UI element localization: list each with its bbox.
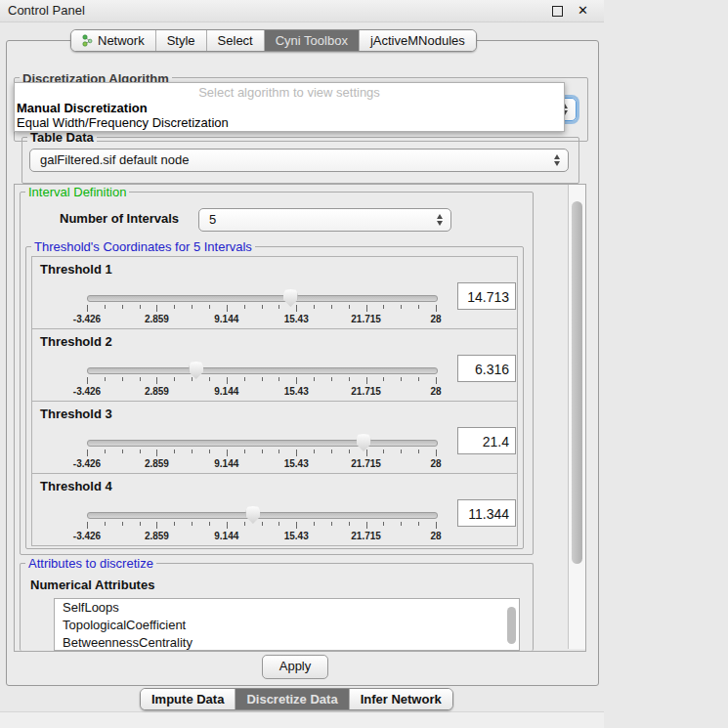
- tick-mark: [278, 305, 279, 309]
- tick-mark: [156, 377, 157, 384]
- tick-mark: [296, 305, 297, 312]
- tick-mark: [244, 450, 245, 453]
- float-window-icon[interactable]: [552, 6, 563, 17]
- threshold-4-label: Threshold 4: [40, 479, 112, 493]
- scale-tick-label: 9.144: [214, 386, 238, 397]
- tick-mark: [209, 305, 210, 309]
- cyni-mode-tabs: Impute Data Discretize Data Infer Networ…: [140, 688, 453, 710]
- slider-ticks: [87, 450, 436, 457]
- threshold-3-box: Threshold 3 -3.4262.8599.14415.4321.7152…: [31, 401, 518, 474]
- threshold-1-box: Threshold 1 -3.4262.8599.14415.4321.7152…: [31, 256, 518, 329]
- tab-discretize-data-label: Discretize Data: [246, 689, 337, 709]
- tick-mark: [174, 522, 175, 526]
- tick-mark: [105, 377, 106, 381]
- tick-mark: [192, 522, 193, 526]
- tick-mark: [383, 305, 384, 309]
- tick-mark: [349, 522, 350, 526]
- combo-arrows-icon: [437, 214, 443, 226]
- option-equal-width-frequency[interactable]: Equal Width/Frequency Discretization: [17, 115, 229, 130]
- tick-mark: [262, 377, 263, 381]
- attribute-list-item[interactable]: SelfLoops: [55, 599, 519, 617]
- tick-mark: [401, 377, 402, 381]
- scale-tick-label: 15.43: [284, 458, 309, 469]
- tab-select[interactable]: Select: [207, 30, 265, 51]
- tick-mark: [192, 377, 193, 381]
- threshold-3-slider[interactable]: [87, 440, 438, 447]
- threshold-2-value-field[interactable]: 6.316: [457, 355, 516, 382]
- table-data-value: galFiltered.sif default node: [40, 152, 189, 167]
- tick-mark: [209, 450, 210, 453]
- scale-tick-label: 2.859: [145, 458, 169, 469]
- apply-button[interactable]: Apply: [262, 655, 328, 679]
- slider-scale: -3.4262.8599.14415.4321.71528: [87, 458, 436, 469]
- threshold-3-value-field[interactable]: 21.4: [457, 427, 516, 454]
- threshold-2-box: Threshold 2 -3.4262.8599.14415.4321.7152…: [31, 328, 518, 402]
- option-manual-discretization[interactable]: Manual Discretization: [17, 101, 148, 115]
- tick-mark: [331, 377, 332, 381]
- tick-mark: [349, 305, 350, 309]
- tab-network[interactable]: Network: [71, 30, 156, 51]
- tick-mark: [244, 377, 245, 381]
- tab-impute-data[interactable]: Impute Data: [141, 689, 236, 709]
- thresholds-group-label: Threshold's Coordinates for 5 Intervals: [31, 239, 255, 254]
- scale-tick-label: 9.144: [214, 531, 238, 541]
- tick-mark: [366, 450, 367, 456]
- scale-tick-label: 28: [430, 531, 441, 541]
- numerical-attributes-heading: Numerical Attributes: [27, 578, 157, 592]
- tick-mark: [418, 522, 419, 526]
- tick-mark: [418, 305, 419, 309]
- close-icon[interactable]: ✕: [578, 3, 588, 18]
- threshold-4-value-field[interactable]: 11.344: [457, 499, 516, 527]
- threshold-3-label: Threshold 3: [40, 407, 112, 421]
- tab-jactivemnodules[interactable]: jActiveMNodules: [360, 30, 476, 51]
- tick-mark: [87, 377, 88, 384]
- numerical-attributes-list[interactable]: SelfLoopsTopologicalCoefficientBetweenne…: [54, 598, 520, 651]
- tick-mark: [296, 450, 297, 456]
- slider-scale: -3.4262.8599.14415.4321.71528: [87, 531, 436, 541]
- scale-tick-label: -3.426: [73, 458, 101, 469]
- scale-tick-label: 9.144: [214, 458, 238, 469]
- tick-mark: [105, 522, 106, 526]
- tick-mark: [156, 305, 157, 312]
- threshold-1-slider[interactable]: [87, 295, 438, 302]
- tick-mark: [174, 377, 175, 381]
- tab-discretize-data[interactable]: Discretize Data: [236, 689, 349, 709]
- tick-mark: [314, 522, 315, 526]
- tab-select-label: Select: [218, 30, 253, 51]
- tab-infer-network[interactable]: Infer Network: [350, 689, 452, 709]
- scale-tick-label: 28: [430, 458, 441, 469]
- threshold-4-box: Threshold 4 -3.4262.8599.14415.4321.7152…: [31, 473, 518, 546]
- attributes-group-label: Attributes to discretize: [25, 556, 156, 571]
- network-icon: [82, 34, 93, 47]
- tick-mark: [227, 377, 228, 384]
- list-scrollbar-thumb[interactable]: [507, 607, 516, 644]
- scrollbar-thumb[interactable]: [572, 201, 582, 564]
- scale-tick-label: 2.859: [145, 531, 169, 541]
- tick-mark: [349, 450, 350, 453]
- tick-mark: [122, 377, 123, 381]
- attribute-list-item[interactable]: TopologicalCoefficient: [55, 617, 519, 634]
- tick-mark: [436, 377, 437, 384]
- tick-mark: [122, 522, 123, 526]
- tick-mark: [244, 305, 245, 309]
- table-data-label: Table Data: [27, 130, 97, 145]
- slider-ticks: [87, 305, 436, 313]
- tab-cyni-toolbox[interactable]: Cyni Toolbox: [265, 30, 360, 51]
- vertical-scrollbar[interactable]: [568, 185, 585, 649]
- threshold-1-value-field[interactable]: 14.713: [457, 282, 516, 310]
- table-data-combobox[interactable]: galFiltered.sif default node: [29, 149, 569, 172]
- tick-mark: [331, 522, 332, 526]
- tick-mark: [262, 450, 263, 453]
- threshold-2-slider[interactable]: [87, 367, 438, 374]
- interval-definition-label: Interval Definition: [25, 185, 129, 199]
- threshold-4-slider[interactable]: [87, 512, 438, 519]
- tick-mark: [436, 305, 437, 312]
- tick-mark: [105, 305, 106, 309]
- tab-style[interactable]: Style: [156, 30, 207, 51]
- scale-tick-label: -3.426: [73, 314, 101, 324]
- attribute-list-item[interactable]: BetweennessCentrality: [55, 634, 519, 651]
- tick-mark: [209, 522, 210, 526]
- scale-tick-label: 21.715: [351, 531, 381, 541]
- number-of-intervals-combobox[interactable]: 5: [198, 208, 451, 232]
- tick-mark: [296, 377, 297, 384]
